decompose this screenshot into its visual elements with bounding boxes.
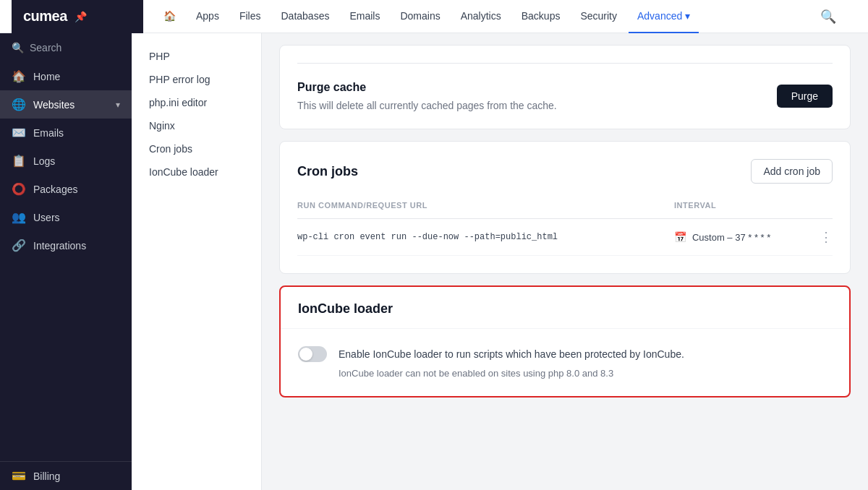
logo-area: cumea 📌	[12, 0, 143, 33]
cron-interval-cell: 📅 Custom – 37 * * * *	[674, 219, 814, 256]
logs-icon: 📋	[12, 154, 26, 168]
purge-button[interactable]: Purge	[777, 85, 833, 108]
calendar-icon: 📅	[674, 231, 686, 243]
purge-cache-row: Purge cache This will delete all current…	[297, 81, 833, 111]
ioncube-card: IonCube loader Enable IonCube loader to …	[279, 285, 851, 397]
cron-jobs-table: RUN COMMAND/REQUEST URL INTERVAL wp-cli …	[297, 195, 833, 256]
sub-sidebar-nginx[interactable]: Nginx	[132, 114, 261, 137]
nav-items: 🏠 Apps Files Databases Emails Domains An…	[143, 0, 856, 33]
sidebar-bottom: 💳 Billing	[0, 461, 132, 490]
top-navigation: cumea 📌 🏠 Apps Files Databases Emails Do…	[0, 0, 868, 33]
ioncube-toggle[interactable]	[298, 346, 327, 362]
sidebar-search[interactable]: 🔍 Search	[0, 33, 132, 62]
purge-cache-info: Purge cache This will delete all current…	[297, 81, 557, 111]
sidebar-item-label: Packages	[33, 184, 77, 195]
cron-more-options[interactable]: ⋮	[820, 230, 833, 244]
cron-interval-value: Custom – 37 * * * *	[692, 232, 770, 243]
logo-text: cumea	[23, 8, 67, 25]
email-icon: ✉️	[12, 126, 26, 139]
sidebar-item-home[interactable]: 🏠 Home	[0, 62, 132, 90]
integrations-icon: 🔗	[12, 238, 26, 252]
sub-sidebar-php[interactable]: PHP	[132, 45, 261, 68]
sidebar: 🔍 Search 🏠 Home 🌐 Websites ▾ ✉️ Emails 📋…	[0, 33, 132, 490]
ioncube-toggle-row: Enable IonCube loader to run scripts whi…	[298, 346, 832, 362]
col-command: RUN COMMAND/REQUEST URL	[297, 195, 674, 219]
nav-apps[interactable]: Apps	[187, 0, 228, 33]
sidebar-item-integrations[interactable]: 🔗 Integrations	[0, 231, 132, 259]
nav-advanced[interactable]: Advanced ▾	[629, 0, 699, 33]
sidebar-item-label: Users	[33, 212, 60, 223]
globe-icon: 🌐	[12, 98, 26, 111]
sub-sidebar: PHP PHP error log php.ini editor Nginx C…	[132, 33, 262, 490]
ioncube-enable-label: Enable IonCube loader to run scripts whi…	[339, 348, 684, 360]
search-icon: 🔍	[12, 42, 24, 53]
purge-divider	[297, 63, 833, 64]
cron-job-row: wp-cli cron event run --due-now --path=p…	[297, 219, 833, 256]
packages-icon: ⭕	[12, 182, 26, 196]
add-cron-job-button[interactable]: Add cron job	[751, 159, 833, 184]
sidebar-item-label: Home	[33, 71, 60, 82]
sidebar-item-billing[interactable]: 💳 Billing	[0, 462, 132, 490]
sidebar-item-packages[interactable]: ⭕ Packages	[0, 175, 132, 203]
purge-cache-section: Purge cache This will delete all current…	[280, 46, 850, 129]
page-layout: 🔍 Search 🏠 Home 🌐 Websites ▾ ✉️ Emails 📋…	[0, 33, 868, 490]
ioncube-body: Enable IonCube loader to run scripts whi…	[281, 329, 849, 396]
sidebar-item-label: Websites	[33, 99, 75, 111]
chevron-icon: ▾	[116, 100, 120, 110]
sidebar-search-label: Search	[30, 42, 61, 53]
sidebar-item-label: Integrations	[33, 240, 86, 252]
sub-sidebar-php-error-log[interactable]: PHP error log	[132, 68, 261, 91]
users-icon: 👥	[12, 210, 26, 224]
purge-cache-card: Purge cache This will delete all current…	[279, 45, 851, 129]
cron-interval: 📅 Custom – 37 * * * *	[674, 231, 814, 243]
nav-backups[interactable]: Backups	[513, 0, 569, 33]
sidebar-item-users[interactable]: 👥 Users	[0, 203, 132, 231]
cron-table-header: RUN COMMAND/REQUEST URL INTERVAL	[297, 195, 833, 219]
cron-jobs-header-row: Cron jobs Add cron job	[297, 159, 833, 184]
cron-jobs-title: Cron jobs	[297, 164, 358, 179]
col-interval: INTERVAL	[674, 195, 814, 219]
nav-analytics[interactable]: Analytics	[452, 0, 510, 33]
cron-command: wp-cli cron event run --due-now --path=p…	[297, 219, 674, 256]
nav-home[interactable]: 🏠	[155, 0, 184, 33]
sidebar-item-label: Billing	[33, 470, 60, 482]
nav-security[interactable]: Security	[571, 0, 626, 33]
purge-cache-title: Purge cache	[297, 81, 557, 94]
sidebar-item-websites[interactable]: 🌐 Websites ▾	[0, 90, 132, 119]
cron-row-actions: ⋮	[814, 219, 833, 256]
pin-icon[interactable]: 📌	[75, 11, 87, 22]
sub-sidebar-ioncube-loader[interactable]: IonCube loader	[132, 160, 261, 184]
main-content: Purge cache This will delete all current…	[262, 33, 868, 490]
col-actions	[814, 195, 833, 219]
nav-files[interactable]: Files	[231, 0, 270, 33]
sidebar-item-emails[interactable]: ✉️ Emails	[0, 119, 132, 147]
nav-domains[interactable]: Domains	[391, 0, 448, 33]
home-icon: 🏠	[12, 69, 26, 83]
search-icon[interactable]: 🔍	[812, 9, 845, 25]
sub-sidebar-cron-jobs[interactable]: Cron jobs	[132, 137, 261, 160]
billing-icon: 💳	[12, 469, 26, 483]
nav-databases[interactable]: Databases	[272, 0, 338, 33]
nav-emails[interactable]: Emails	[341, 0, 388, 33]
sidebar-item-logs[interactable]: 📋 Logs	[0, 147, 132, 175]
ioncube-title: IonCube loader	[281, 287, 849, 329]
sidebar-item-label: Logs	[33, 155, 55, 167]
cron-jobs-section: Cron jobs Add cron job RUN COMMAND/REQUE…	[280, 142, 850, 273]
cron-jobs-card: Cron jobs Add cron job RUN COMMAND/REQUE…	[279, 141, 851, 274]
sidebar-item-label: Emails	[33, 127, 64, 139]
sub-sidebar-phpini-editor[interactable]: php.ini editor	[132, 91, 261, 114]
purge-cache-description: This will delete all currently cached pa…	[297, 100, 557, 111]
ioncube-note: IonCube loader can not be enabled on sit…	[298, 368, 832, 379]
